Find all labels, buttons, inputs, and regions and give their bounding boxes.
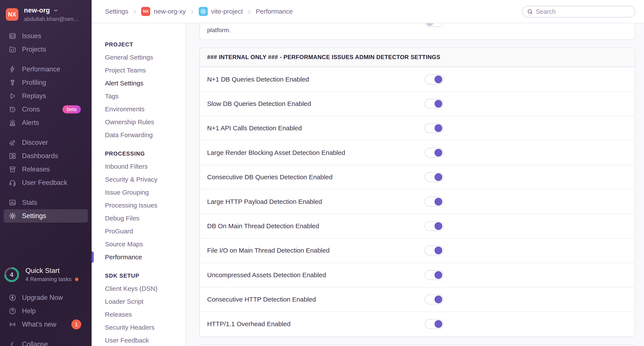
nav-item-security-headers[interactable]: Security Headers [92, 321, 185, 334]
breadcrumb-page: Performance [256, 8, 293, 15]
sidebar-item-label: Stats [22, 199, 37, 206]
dashboard-grid-icon [8, 152, 16, 160]
sidebar-item-label: Profiling [22, 79, 46, 87]
sidebar-item-collapse[interactable]: Collapse [0, 337, 92, 346]
toggle-consecutive-db-queries[interactable] [424, 172, 444, 182]
toggle-large-render-blocking-asset[interactable] [424, 148, 444, 158]
nav-item-debug-files[interactable]: Debug Files [92, 212, 185, 225]
toggle-slow-db-queries[interactable] [424, 99, 444, 109]
org-avatar: NX [6, 8, 18, 21]
sidebar-item-label: Alerts [22, 119, 39, 127]
nav-item-project-teams[interactable]: Project Teams [92, 64, 185, 77]
sidebar-item-label: Replays [22, 92, 46, 100]
sidebar-item-issues[interactable]: Issues [0, 29, 92, 43]
org-email: abdullah.khan@sen… [24, 16, 82, 23]
org-badge: NX [141, 7, 150, 16]
sidebar-item-settings[interactable]: Settings [4, 209, 88, 223]
nav-item-security-privacy[interactable]: Security & Privacy [92, 173, 185, 186]
toggle-n1-api-calls[interactable] [424, 123, 444, 133]
search-box[interactable] [522, 6, 636, 18]
sidebar-item-releases[interactable]: Releases [0, 163, 92, 176]
toggle-knob [434, 124, 442, 132]
sidebar-item-whats-new[interactable]: What's new 1 [0, 318, 92, 331]
sidebar-footer: Upgrade Now Help What's new 1 Collapse [0, 291, 92, 346]
sidebar-item-dashboards[interactable]: Dashboards [0, 149, 92, 163]
notification-dot [75, 278, 78, 281]
nav-item-user-feedback[interactable]: User Feedback [92, 334, 185, 346]
chevron-left-icon [8, 340, 16, 346]
bar-chart-icon [8, 199, 16, 206]
toggle-knob [426, 23, 434, 26]
nav-item-issue-grouping[interactable]: Issue Grouping [92, 186, 185, 199]
nav-item-proguard[interactable]: ProGuard [92, 225, 185, 238]
nav-item-alert-settings[interactable]: Alert Settings [92, 77, 185, 90]
quick-start-widget[interactable]: 4 Quick Start 4 Remaining tasks [4, 267, 88, 283]
siren-icon [8, 119, 16, 127]
help-icon [8, 307, 16, 315]
breadcrumb: Settings › NX new-org-xy › vite-project … [105, 7, 293, 16]
sidebar-item-projects[interactable]: Projects [0, 43, 92, 56]
breadcrumb-organization[interactable]: NX new-org-xy [141, 7, 186, 16]
whats-new-badge: 1 [71, 319, 81, 329]
issues-icon [8, 32, 16, 40]
nav-item-inbound-filters[interactable]: Inbound Filters [92, 160, 185, 173]
sidebar-item-stats[interactable]: Stats [0, 196, 92, 209]
sidebar-item-label: Help [22, 307, 36, 315]
breadcrumb-separator: › [191, 7, 194, 16]
toggle-knob [434, 76, 442, 83]
sidebar-item-upgrade-now[interactable]: Upgrade Now [0, 291, 92, 304]
sidebar-item-label: Issues [22, 32, 42, 40]
toggle-n1-db-queries[interactable] [424, 74, 444, 84]
nav-item-data-forwarding[interactable]: Data Forwarding [92, 129, 185, 142]
toggle-file-io-main-thread[interactable] [424, 245, 444, 255]
nav-item-loader-script[interactable]: Loader Script [92, 295, 185, 308]
sidebar-item-discover[interactable]: Discover [0, 136, 92, 149]
nav-item-client-keys[interactable]: Client Keys (DSN) [92, 282, 185, 295]
breadcrumb-project[interactable]: vite-project [199, 7, 243, 16]
sidebar-item-label: Performance [22, 65, 60, 73]
partial-settings-panel: platform. [199, 23, 635, 40]
nav-item-releases[interactable]: Releases [92, 308, 185, 321]
quick-start-subtitle: 4 Remaining tasks [26, 276, 72, 283]
headset-icon [8, 179, 16, 187]
toggle-http11-overhead[interactable] [424, 319, 444, 329]
nav-item-environments[interactable]: Environments [92, 103, 185, 116]
setting-row: Consecutive HTTP Detection Enabled [200, 287, 635, 311]
main-content: platform. ### INTERNAL ONLY ### - PERFOR… [186, 23, 644, 346]
nav-item-performance[interactable]: Performance [92, 251, 185, 264]
sidebar-item-performance[interactable]: Performance [0, 63, 92, 76]
upgrade-icon [8, 294, 16, 301]
setting-row: File I/O on Main Thread Detection Enable… [200, 238, 635, 262]
setting-row: N+1 API Calls Detection Enabled [200, 116, 635, 140]
search-input[interactable] [536, 8, 631, 15]
sidebar-item-profiling[interactable]: Profiling [0, 76, 92, 89]
beta-badge: beta [62, 105, 81, 114]
breadcrumb-separator: › [134, 7, 136, 16]
toggle-uncompressed-assets[interactable] [424, 270, 444, 280]
settings-nav: PROJECT General Settings Project Teams A… [92, 23, 186, 346]
partial-panel-toggle[interactable] [424, 23, 444, 27]
toggle-large-http-payload[interactable] [424, 197, 444, 207]
nav-item-general-settings[interactable]: General Settings [92, 51, 185, 64]
toggle-consecutive-http[interactable] [424, 294, 444, 304]
setting-row: Large Render Blocking Asset Detection En… [200, 140, 635, 165]
telescope-icon [8, 139, 16, 146]
sidebar-item-replays[interactable]: Replays [0, 89, 92, 103]
sidebar-item-alerts[interactable]: Alerts [0, 116, 92, 129]
chevron-down-icon [53, 8, 58, 13]
sidebar-item-label: Upgrade Now [22, 294, 63, 301]
flashlight-icon [8, 79, 16, 87]
sidebar-item-user-feedback[interactable]: User Feedback [0, 176, 92, 189]
setting-row: Slow DB Queries Detection Enabled [200, 91, 635, 116]
nav-item-source-maps[interactable]: Source Maps [92, 238, 185, 251]
toggle-knob [434, 320, 442, 328]
org-switcher[interactable]: NX new-org abdullah.khan@sen… [6, 7, 82, 23]
next-panel-edge [199, 344, 635, 346]
nav-item-ownership-rules[interactable]: Ownership Rules [92, 116, 185, 129]
sidebar-item-crons[interactable]: Crons beta [0, 103, 92, 116]
toggle-db-on-main-thread[interactable] [424, 221, 444, 231]
sidebar-item-help[interactable]: Help [0, 304, 92, 318]
breadcrumb-settings[interactable]: Settings [105, 8, 128, 15]
nav-item-processing-issues[interactable]: Processing Issues [92, 199, 185, 212]
nav-item-tags[interactable]: Tags [92, 90, 185, 103]
